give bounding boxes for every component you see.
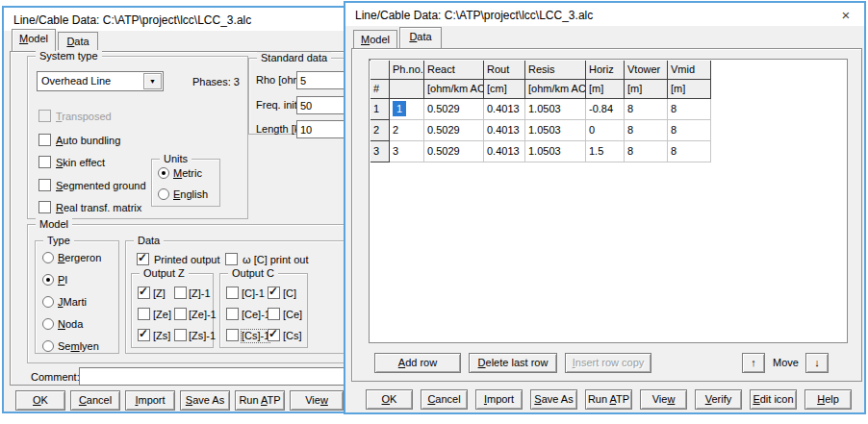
view-button[interactable]: View xyxy=(640,389,687,410)
wc-printout-label[interactable]: ω [C] print out xyxy=(243,254,309,266)
edit-icon-button[interactable]: Edit icon xyxy=(750,389,797,410)
auto-bundling-checkbox[interactable] xyxy=(38,134,51,146)
system-type-dropdown[interactable]: Overhead Line ▼ xyxy=(37,71,164,91)
pi-radio[interactable] xyxy=(42,274,54,286)
metric-label[interactable]: Metric xyxy=(173,167,202,180)
bergeron-label[interactable]: Bergeron xyxy=(58,252,101,264)
cs-inv-checkbox[interactable] xyxy=(226,329,239,341)
english-label[interactable]: English xyxy=(173,188,208,201)
table-cell[interactable]: 0.4013 xyxy=(484,99,525,120)
semlyen-label[interactable]: Semlyen xyxy=(58,340,99,353)
printed-output-checkbox[interactable] xyxy=(137,253,149,265)
row-header-cell[interactable]: 3 xyxy=(370,141,390,162)
ce-label[interactable]: [Ce] xyxy=(283,309,302,321)
cs-label[interactable]: [Cs] xyxy=(283,330,302,342)
wc-printout-checkbox[interactable] xyxy=(225,253,238,265)
ze-label[interactable]: [Ze] xyxy=(153,309,171,321)
jmarti-radio[interactable] xyxy=(42,296,54,308)
c-checkbox[interactable] xyxy=(268,287,280,299)
row-header-cell[interactable]: 1 xyxy=(370,99,390,120)
verify-button[interactable]: Verify xyxy=(695,389,742,410)
noda-radio[interactable] xyxy=(42,318,54,330)
table-cell[interactable]: 1.0503 xyxy=(525,120,586,141)
zs-inv-checkbox[interactable] xyxy=(174,329,187,341)
ce-inv-checkbox[interactable] xyxy=(226,308,239,320)
ce-inv-label[interactable]: [Ce]-1 xyxy=(242,309,270,321)
noda-label[interactable]: Noda xyxy=(58,318,83,331)
auto-bundling-label[interactable]: Auto bundling xyxy=(56,135,120,147)
tab-model[interactable]: Model xyxy=(353,30,397,48)
segmented-ground-checkbox[interactable] xyxy=(38,179,51,191)
table-cell[interactable]: 8 xyxy=(668,120,711,141)
table-cell[interactable]: 2 xyxy=(390,120,424,141)
import-button[interactable]: Import xyxy=(125,390,175,411)
english-radio[interactable] xyxy=(158,188,169,200)
ok-button[interactable]: OK xyxy=(15,390,65,411)
cancel-button[interactable]: Cancel xyxy=(70,390,120,411)
table-cell[interactable]: 1 xyxy=(390,99,424,120)
printed-output-label[interactable]: Printed output xyxy=(154,254,220,266)
table-cell[interactable]: 3 xyxy=(390,141,424,162)
view-button[interactable]: View xyxy=(290,390,344,411)
transposed-checkbox[interactable] xyxy=(38,110,51,122)
z-label[interactable]: [Z] xyxy=(153,287,166,300)
skin-effect-checkbox[interactable] xyxy=(38,156,51,168)
cs-inv-label[interactable]: [Cs]-1 xyxy=(242,330,269,342)
table-cell[interactable]: 8 xyxy=(668,141,711,162)
bergeron-radio[interactable] xyxy=(42,252,54,263)
save-as-button[interactable]: Save As xyxy=(180,390,230,411)
z-inv-checkbox[interactable] xyxy=(174,287,187,299)
save-as-button[interactable]: Save As xyxy=(530,389,577,410)
run-atp-button[interactable]: Run ATP xyxy=(235,390,285,411)
import-button[interactable]: Import xyxy=(475,389,523,410)
jmarti-label[interactable]: JMarti xyxy=(58,296,87,309)
table-cell[interactable]: 8 xyxy=(625,99,668,120)
table-cell[interactable]: -0.84 xyxy=(586,99,625,120)
table-cell[interactable]: 1.5 xyxy=(586,141,625,162)
ze-inv-label[interactable]: [Ze]-1 xyxy=(189,309,217,321)
table-cell[interactable]: 1.0503 xyxy=(525,141,586,162)
table-cell[interactable]: 8 xyxy=(625,141,668,162)
z-checkbox[interactable] xyxy=(138,287,150,299)
ce-checkbox[interactable] xyxy=(268,308,280,320)
title-bar[interactable]: Line/Cable Data: C:\ATP\project\lcc\LCC_… xyxy=(345,3,864,26)
skin-effect-label[interactable]: Skin effect xyxy=(56,157,105,169)
cancel-button[interactable]: Cancel xyxy=(421,389,468,410)
pi-label[interactable]: PI xyxy=(58,274,67,287)
c-inv-label[interactable]: [C]-1 xyxy=(242,287,265,300)
real-transf-matrix-checkbox[interactable] xyxy=(38,201,51,213)
metric-radio[interactable] xyxy=(158,167,169,179)
chevron-down-icon[interactable]: ▼ xyxy=(143,73,162,89)
table-cell[interactable]: 0 xyxy=(586,120,625,141)
zs-checkbox[interactable] xyxy=(138,329,150,341)
table-cell[interactable]: 0.4013 xyxy=(484,120,525,141)
table-cell[interactable]: 0.5029 xyxy=(424,141,484,162)
ok-button[interactable]: OK xyxy=(366,389,413,410)
ze-inv-checkbox[interactable] xyxy=(174,308,187,320)
table-cell[interactable]: 1.0503 xyxy=(525,99,586,120)
semlyen-radio[interactable] xyxy=(42,340,54,352)
z-inv-label[interactable]: [Z]-1 xyxy=(189,287,211,300)
add-row-button[interactable]: Add row xyxy=(374,353,461,373)
tab-model[interactable]: Model xyxy=(12,29,56,51)
run-atp-button[interactable]: Run ATP xyxy=(585,389,632,410)
help-button[interactable]: Help xyxy=(804,389,852,410)
tab-data[interactable]: Data xyxy=(399,27,442,48)
real-transf-matrix-label[interactable]: Real transf. matrix xyxy=(56,202,141,214)
cs-checkbox[interactable] xyxy=(268,329,280,341)
table-cell[interactable]: 8 xyxy=(625,120,668,141)
move-up-button[interactable]: ↑ xyxy=(742,353,765,373)
table-cell[interactable]: 0.5029 xyxy=(424,99,484,120)
c-inv-checkbox[interactable] xyxy=(226,287,239,299)
segmented-ground-label[interactable]: Segmented ground xyxy=(56,180,146,192)
move-down-button[interactable]: ↓ xyxy=(805,353,829,373)
table-cell[interactable]: 0.4013 xyxy=(484,141,525,162)
close-icon[interactable]: × xyxy=(837,7,855,24)
c-label[interactable]: [C] xyxy=(283,287,296,300)
table-cell[interactable]: 8 xyxy=(668,99,711,120)
table-cell[interactable]: 0.5029 xyxy=(424,120,484,141)
delete-last-row-button[interactable]: Delete last row xyxy=(469,353,557,373)
selected-cell-value[interactable]: 1 xyxy=(393,101,406,116)
tab-data[interactable]: Data xyxy=(58,32,98,51)
ze-checkbox[interactable] xyxy=(138,308,150,320)
